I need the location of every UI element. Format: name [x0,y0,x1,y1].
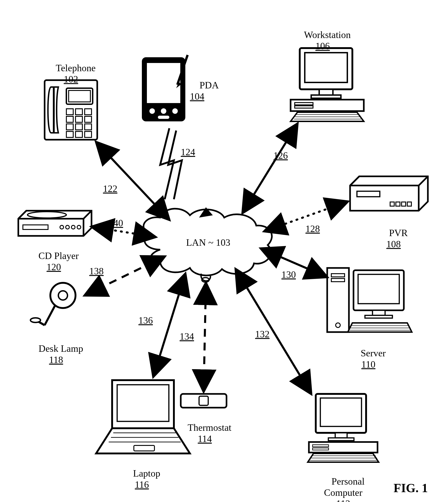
desk-lamp-icon [31,283,76,325]
svg-rect-45 [331,279,345,282]
svg-rect-39 [390,202,394,206]
svg-point-46 [336,323,340,328]
desklamp-label: Desk Lamp118 [22,332,90,376]
cloud-label: LAN ~ 103 [178,237,238,248]
svg-rect-16 [85,132,92,137]
svg-rect-43 [327,268,349,332]
laptop-label: Laptop116 [110,457,174,501]
conn-140: 140 [109,218,123,229]
conn-130: 130 [281,269,296,280]
svg-rect-41 [401,202,406,206]
svg-rect-56 [335,433,347,438]
cdplayer-label: CD Player120 [19,239,88,284]
figure-caption: FIG. 1 [394,481,428,495]
svg-rect-12 [76,124,82,130]
svg-rect-44 [331,274,345,277]
svg-rect-18 [147,63,180,103]
pvr-label: PVR108 [371,217,416,261]
svg-rect-27 [311,95,341,98]
server-label: Server110 [336,337,400,381]
svg-rect-8 [66,116,73,122]
svg-rect-55 [320,398,362,426]
conn-132: 132 [255,329,270,340]
svg-rect-57 [328,438,354,441]
figure-container: Telephone102 PDA104 Workstation106 PVR10… [0,0,448,502]
svg-rect-50 [365,315,392,318]
pc-label: Personal Computer112 [309,465,378,502]
workstation-label: Workstation106 [286,18,359,63]
svg-point-19 [149,108,155,114]
pda-icon [142,55,188,121]
svg-rect-42 [407,202,411,206]
svg-rect-66 [117,385,169,421]
svg-rect-14 [66,132,73,137]
svg-rect-48 [358,274,399,304]
svg-line-89 [204,283,206,392]
pc-icon [308,394,379,462]
conn-138: 138 [89,266,104,277]
svg-point-81 [71,225,75,229]
svg-line-84 [96,142,169,220]
conn-134: 134 [180,331,194,342]
svg-point-20 [161,108,166,114]
svg-point-79 [60,225,64,229]
svg-rect-5 [66,109,73,115]
conn-136: 136 [138,315,153,326]
svg-rect-58 [309,442,378,452]
svg-line-88 [236,269,311,394]
svg-rect-29 [295,103,313,105]
svg-rect-59 [313,445,329,447]
svg-rect-22 [158,116,169,119]
svg-point-72 [58,291,67,300]
svg-point-78 [28,212,66,218]
conn-122: 122 [103,183,117,194]
conn-126: 126 [273,150,288,161]
pda-label: PDA104 [190,69,226,113]
telephone-label: Telephone102 [42,51,99,96]
svg-rect-65 [199,396,208,405]
svg-rect-30 [295,106,313,108]
svg-rect-11 [66,124,73,130]
svg-rect-38 [357,191,380,197]
cd-player-icon [18,211,92,236]
svg-point-82 [77,225,81,229]
svg-rect-60 [313,448,329,450]
thermostat-icon [181,394,226,408]
svg-rect-7 [85,109,92,115]
server-icon [327,268,412,332]
svg-rect-9 [76,116,82,122]
svg-line-90 [153,274,185,377]
svg-rect-26 [319,89,333,95]
svg-rect-40 [396,202,400,206]
svg-point-80 [66,225,69,229]
conn-128: 128 [305,223,320,234]
conn-124: 124 [181,147,195,158]
svg-rect-10 [85,116,92,122]
wireless-icon [160,128,182,199]
svg-rect-13 [85,124,92,130]
svg-point-21 [172,108,178,114]
svg-rect-15 [76,132,82,137]
thermostat-label: Thermostat114 [170,411,239,455]
svg-rect-49 [372,310,385,315]
svg-point-73 [31,318,41,322]
svg-rect-70 [134,445,154,451]
svg-line-85 [242,124,297,213]
svg-rect-6 [76,109,82,115]
pvr-icon [350,176,428,211]
svg-rect-83 [23,225,48,230]
